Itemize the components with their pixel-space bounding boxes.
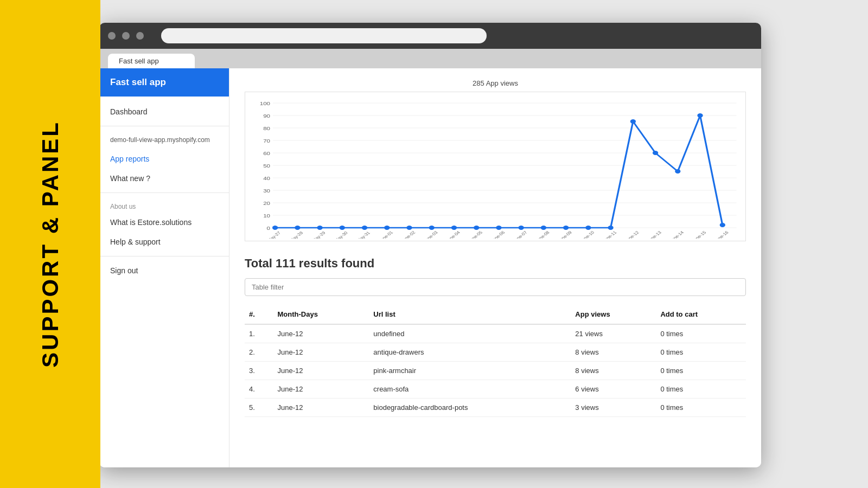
chart-dot — [608, 226, 613, 230]
sidebar-divider-3 — [99, 256, 229, 256]
svg-text:20: 20 — [263, 201, 270, 206]
chart-dot — [317, 226, 322, 230]
side-panel-label: Support & Panel — [39, 120, 62, 368]
chart-dot — [519, 226, 524, 230]
svg-text:40: 40 — [263, 176, 270, 181]
svg-text:June-08: June-08 — [534, 230, 551, 239]
cell-month: June-12 — [273, 343, 369, 362]
app-content: Fast sell app Dashboard demo-full-view-a… — [99, 68, 761, 467]
chart-dot — [272, 226, 278, 230]
col-num: #. — [245, 305, 273, 324]
chart-dot — [474, 226, 479, 230]
cell-views: 21 views — [571, 324, 656, 343]
chart-dot — [406, 226, 412, 230]
chart-dot — [697, 113, 703, 118]
side-panel: Support & Panel — [0, 0, 100, 488]
chart-dot — [451, 226, 457, 230]
chart-dot — [653, 151, 658, 155]
svg-text:May-31: May-31 — [356, 230, 372, 239]
table-filter-input[interactable] — [245, 278, 746, 296]
table-body: 1.June-12undefined21 views0 times2.June-… — [245, 324, 746, 417]
data-table: #. Month-Days Url list App views Add to … — [245, 305, 746, 417]
table-row: 3.June-12pink-armchair8 views0 times — [245, 362, 746, 380]
cell-url: biodegradable-cardboard-pots — [369, 399, 571, 417]
sidebar-divider-1 — [99, 126, 229, 126]
svg-text:June-15: June-15 — [691, 230, 708, 239]
chart-dot — [362, 226, 367, 230]
svg-text:May-30: May-30 — [334, 230, 349, 239]
chart-dot — [340, 226, 345, 230]
cell-month: June-12 — [273, 324, 369, 343]
svg-text:June-07: June-07 — [512, 230, 529, 239]
results-section: Total 111 results found #. Month-Days Ur… — [245, 256, 746, 417]
sidebar-item-store[interactable]: demo-full-view-app.myshopify.com — [99, 131, 229, 149]
chart-area: 100 90 80 70 60 50 40 30 — [245, 92, 746, 241]
chart-title: 285 App views — [245, 79, 746, 87]
sidebar-item-dashboard[interactable]: Dashboard — [99, 102, 229, 121]
sidebar-item-what-new[interactable]: What new ? — [99, 169, 229, 188]
svg-text:50: 50 — [263, 163, 270, 169]
chart-dot — [630, 119, 636, 124]
main-panel: 285 App views 100 90 80 70 60 — [229, 68, 761, 467]
svg-text:June-12: June-12 — [624, 230, 641, 239]
svg-text:60: 60 — [263, 151, 270, 156]
chart-dot — [429, 226, 435, 230]
cell-url: undefined — [369, 324, 571, 343]
cell-views: 3 views — [571, 399, 656, 417]
svg-text:June-02: June-02 — [400, 230, 417, 239]
cell-month: June-12 — [273, 399, 369, 417]
cell-cart: 0 times — [656, 362, 746, 380]
cell-cart: 0 times — [656, 324, 746, 343]
col-views: App views — [571, 305, 656, 324]
sidebar-item-help[interactable]: Help & support — [99, 232, 229, 252]
cell-num: 4. — [245, 380, 273, 399]
svg-text:June-11: June-11 — [602, 230, 618, 239]
chart-dot — [496, 226, 501, 230]
table-row: 1.June-12undefined21 views0 times — [245, 324, 746, 343]
cell-cart: 0 times — [656, 343, 746, 362]
browser-chrome — [99, 23, 761, 49]
browser-tab[interactable]: Fast sell app — [108, 54, 195, 68]
svg-text:May-27: May-27 — [266, 230, 282, 239]
svg-text:June-01: June-01 — [378, 230, 394, 239]
table-header-row: #. Month-Days Url list App views Add to … — [245, 305, 746, 324]
table-row: 2.June-12antique-drawers8 views0 times — [245, 343, 746, 362]
svg-text:June-10: June-10 — [579, 230, 596, 239]
dot-yellow — [122, 32, 130, 40]
col-cart: Add to cart — [656, 305, 746, 324]
sidebar-item-app-reports[interactable]: App reports — [99, 149, 229, 169]
svg-text:90: 90 — [263, 113, 270, 119]
sidebar-header: Fast sell app — [99, 68, 229, 97]
svg-text:June-05: June-05 — [467, 230, 484, 239]
results-title: Total 111 results found — [245, 256, 746, 271]
svg-text:70: 70 — [263, 138, 270, 144]
chart-container: 285 App views 100 90 80 70 60 — [245, 79, 746, 241]
table-row: 4.June-12cream-sofa6 views0 times — [245, 380, 746, 399]
table-head: #. Month-Days Url list App views Add to … — [245, 305, 746, 324]
cell-views: 8 views — [571, 362, 656, 380]
browser-window: Fast sell app Fast sell app Dashboard de… — [99, 23, 761, 467]
cell-url: antique-drawers — [369, 343, 571, 362]
chart-svg: 100 90 80 70 60 50 40 30 — [251, 98, 740, 239]
sidebar-item-what-is[interactable]: What is Estore.solutions — [99, 213, 229, 232]
cell-url: pink-armchair — [369, 362, 571, 380]
cell-month: June-12 — [273, 380, 369, 399]
svg-text:May-29: May-29 — [311, 230, 327, 239]
cell-cart: 0 times — [656, 399, 746, 417]
sidebar-item-sign-out[interactable]: Sign out — [99, 261, 229, 280]
address-bar[interactable] — [161, 28, 487, 43]
cell-url: cream-sofa — [369, 380, 571, 399]
cell-month: June-12 — [273, 362, 369, 380]
chart-line — [275, 115, 723, 228]
sidebar: Fast sell app Dashboard demo-full-view-a… — [99, 68, 229, 467]
cell-num: 2. — [245, 343, 273, 362]
svg-text:June-14: June-14 — [668, 230, 685, 239]
chart-dot — [585, 226, 591, 230]
svg-text:10: 10 — [263, 213, 270, 219]
cell-cart: 0 times — [656, 380, 746, 399]
cell-views: 6 views — [571, 380, 656, 399]
chart-dot — [675, 169, 680, 174]
svg-text:100: 100 — [260, 101, 271, 106]
cell-num: 5. — [245, 399, 273, 417]
svg-text:May-28: May-28 — [289, 230, 304, 239]
